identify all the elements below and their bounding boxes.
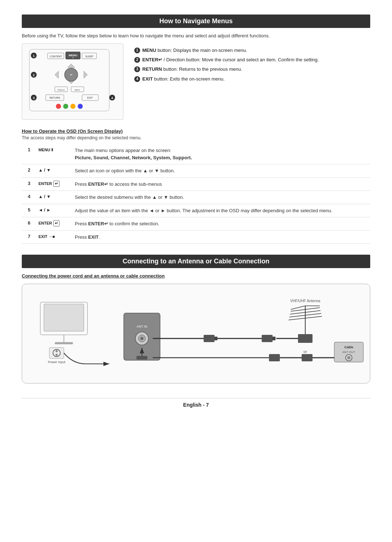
svg-marker-12 — [55, 71, 58, 78]
osd-section: How to Operate the OSD (On Screen Displa… — [22, 128, 370, 140]
table-row: 5 ◄ / ► Adjust the value of an item with… — [22, 204, 370, 217]
svg-text:↵: ↵ — [70, 73, 73, 77]
step-desc-7: Press EXIT. — [73, 230, 370, 244]
section2-title: Connecting to an Antenna or Cable Connec… — [22, 255, 370, 268]
svg-text:Power Input: Power Input — [48, 360, 66, 364]
svg-rect-80 — [136, 356, 147, 360]
intro-text: Before using the TV, follow the steps be… — [22, 33, 370, 38]
legend-text-4: EXIT button: Exits the on-screen menu. — [142, 76, 225, 82]
remote-svg: CONTENT MENU Ⅱ SLEEP 1 ↵ 2 — [26, 48, 120, 115]
svg-point-30 — [56, 104, 61, 109]
svg-rect-76 — [269, 354, 280, 361]
osd-subtitle: The access steps may differ depending on… — [22, 135, 370, 140]
svg-text:3: 3 — [33, 96, 34, 100]
step-icon-6: ENTER ↵ — [36, 217, 73, 231]
antenna-diagram: Power Input ANT IN VHF/UHF Ante — [22, 284, 370, 383]
steps-table: 1 MENU Ⅱ The main menu options appear on… — [22, 144, 370, 244]
step-num-4: 4 — [22, 191, 36, 204]
svg-text:1: 1 — [33, 54, 34, 58]
legend-num-2: 2 — [134, 57, 140, 63]
svg-rect-51 — [204, 335, 215, 342]
svg-rect-55 — [273, 337, 275, 340]
svg-point-33 — [78, 104, 83, 109]
svg-rect-74 — [302, 354, 313, 361]
svg-rect-54 — [262, 335, 273, 342]
legend-text-3: RETURN button: Returns to the previous m… — [142, 66, 242, 73]
svg-marker-10 — [68, 64, 75, 67]
svg-text:2: 2 — [33, 73, 34, 77]
remote-diagram: CONTENT MENU Ⅱ SLEEP 1 ↵ 2 — [22, 44, 123, 120]
step-num-3: 3 — [22, 177, 36, 191]
top-section: CONTENT MENU Ⅱ SLEEP 1 ↵ 2 — [22, 44, 370, 120]
svg-text:ANT OUT: ANT OUT — [343, 350, 355, 354]
svg-text:ANT IN: ANT IN — [136, 325, 147, 328]
step-icon-1: MENU Ⅱ — [36, 144, 73, 164]
step-num-2: 2 — [22, 164, 36, 178]
table-row: 1 MENU Ⅱ The main menu options appear on… — [22, 144, 370, 164]
table-row: 7 EXIT →■ Press EXIT. — [22, 230, 370, 244]
svg-rect-35 — [44, 304, 84, 331]
svg-text:Cable: Cable — [344, 345, 354, 349]
footer-text: English - 7 — [183, 402, 209, 408]
legend-list: 1 MENU button: Displays the main on-scre… — [134, 44, 370, 120]
step-icon-7: EXIT →■ — [36, 230, 73, 244]
footer: English - 7 — [22, 398, 370, 408]
section1-title: How to Navigate Menus — [22, 15, 370, 28]
svg-line-62 — [291, 306, 305, 309]
legend-text-1: MENU button: Displays the main on-screen… — [142, 47, 247, 54]
legend-item-1: 1 MENU button: Displays the main on-scre… — [134, 47, 370, 54]
step-desc-6: Press ENTER↵ to confirm the selection. — [73, 217, 370, 231]
legend-num-4: 4 — [134, 76, 140, 82]
table-row: 6 ENTER ↵ Press ENTER↵ to confirm the se… — [22, 217, 370, 231]
step-num-6: 6 — [22, 217, 36, 231]
legend-num-3: 3 — [134, 66, 140, 72]
legend-item-2: 2 ENTER↵ / Direction button: Move the cu… — [134, 57, 370, 63]
svg-point-72 — [347, 356, 350, 359]
svg-marker-13 — [84, 71, 87, 78]
svg-text:EXIT: EXIT — [87, 97, 93, 99]
svg-rect-52 — [215, 337, 217, 340]
svg-text:4: 4 — [111, 96, 113, 100]
step-desc-3: Press ENTER↵ to access the sub-menus — [73, 177, 370, 191]
step-desc-4: Select the desired submenu with the ▲ or… — [73, 191, 370, 204]
svg-text:CONTENT: CONTENT — [50, 55, 62, 58]
svg-point-40 — [56, 350, 58, 352]
svg-point-41 — [56, 354, 58, 356]
svg-rect-37 — [55, 342, 73, 344]
svg-point-31 — [63, 104, 68, 109]
step-num-5: 5 — [22, 204, 36, 217]
svg-text:or: or — [303, 349, 307, 354]
svg-rect-65 — [298, 334, 313, 343]
svg-text:VHF/UHF Antenna: VHF/UHF Antenna — [290, 299, 320, 303]
osd-title: How to Operate the OSD (On Screen Displa… — [22, 128, 370, 134]
step-desc-5: Adjust the value of an item with the ◄ o… — [73, 204, 370, 217]
legend-item-4: 4 EXIT button: Exits the on-screen menu. — [134, 76, 370, 82]
table-row: 4 ▲ / ▼ Select the desired submenu with … — [22, 191, 370, 204]
svg-text:INFO: INFO — [75, 89, 80, 91]
legend-item-3: 3 RETURN button: Returns to the previous… — [134, 66, 370, 73]
step-icon-4: ▲ / ▼ — [36, 191, 73, 204]
svg-text:RETURN: RETURN — [49, 97, 60, 99]
step-desc-2: Select an icon or option with the ▲ or ▼… — [73, 164, 370, 178]
antenna-svg: Power Input ANT IN VHF/UHF Ante — [29, 291, 371, 375]
svg-point-47 — [140, 337, 143, 340]
step-num-7: 7 — [22, 230, 36, 244]
antenna-subtitle: Connecting the power cord and an antenna… — [22, 273, 370, 279]
step-num-1: 1 — [22, 144, 36, 164]
step-icon-3: ENTER ↵ — [36, 177, 73, 191]
table-row: 3 ENTER ↵ Press ENTER↵ to access the sub… — [22, 177, 370, 191]
step-icon-5: ◄ / ► — [36, 204, 73, 217]
legend-text-2: ENTER↵ / Direction button: Move the curs… — [142, 57, 319, 63]
svg-text:SLEEP: SLEEP — [85, 55, 94, 58]
table-row: 2 ▲ / ▼ Select an icon or option with th… — [22, 164, 370, 178]
step-desc-1: The main menu options appear on the scre… — [73, 144, 370, 164]
step-icon-2: ▲ / ▼ — [36, 164, 73, 178]
legend-num-1: 1 — [134, 48, 140, 53]
svg-text:Ⅱ: Ⅱ — [73, 57, 74, 59]
svg-text:TOOLS: TOOLS — [57, 89, 65, 91]
svg-point-32 — [70, 104, 75, 109]
